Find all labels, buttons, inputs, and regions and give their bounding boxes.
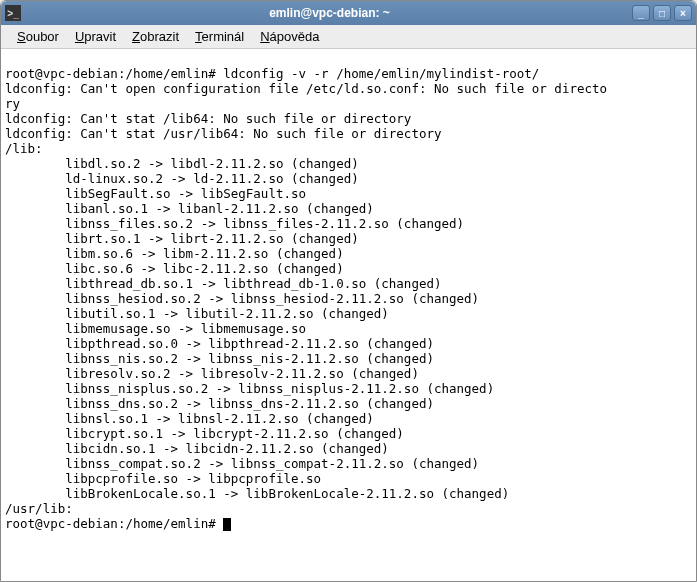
output-line: libanl.so.1 -> libanl-2.11.2.so (changed… [5, 201, 374, 216]
output-line: ldconfig: Can't open configuration file … [5, 81, 607, 96]
output-line: libmemusage.so -> libmemusage.so [5, 321, 306, 336]
close-button[interactable]: × [674, 5, 692, 21]
prompt-line: root@vpc-debian:/home/emlin# [5, 516, 231, 531]
titlebar[interactable]: >_ emlin@vpc-debian: ~ _ □ × [1, 1, 696, 25]
output-line: libutil.so.1 -> libutil-2.11.2.so (chang… [5, 306, 389, 321]
output-line: ldconfig: Can't stat /usr/lib64: No such… [5, 126, 442, 141]
prompt: root@vpc-debian:/home/emlin# [5, 66, 223, 81]
cursor-icon [223, 518, 231, 531]
menubar: Soubor Upravit Zobrazit Terminál Nápověd… [1, 25, 696, 49]
menu-zobrazit[interactable]: Zobrazit [124, 27, 187, 46]
output-line: libcrypt.so.1 -> libcrypt-2.11.2.so (cha… [5, 426, 404, 441]
output-line: libnss_dns.so.2 -> libnss_dns-2.11.2.so … [5, 396, 434, 411]
output-line: libc.so.6 -> libc-2.11.2.so (changed) [5, 261, 344, 276]
output-line: /lib: [5, 141, 43, 156]
maximize-button[interactable]: □ [653, 5, 671, 21]
output-line: libnss_hesiod.so.2 -> libnss_hesiod-2.11… [5, 291, 479, 306]
output-line: libthread_db.so.1 -> libthread_db-1.0.so… [5, 276, 442, 291]
output-line: libdl.so.2 -> libdl-2.11.2.so (changed) [5, 156, 359, 171]
app-icon: >_ [5, 5, 21, 21]
output-line: ry [5, 96, 20, 111]
terminal-area[interactable]: root@vpc-debian:/home/emlin# ldconfig -v… [1, 49, 696, 581]
output-line: libnss_compat.so.2 -> libnss_compat-2.11… [5, 456, 479, 471]
output-line: libnsl.so.1 -> libnsl-2.11.2.so (changed… [5, 411, 374, 426]
menu-upravit[interactable]: Upravit [67, 27, 124, 46]
output-line: libresolv.so.2 -> libresolv-2.11.2.so (c… [5, 366, 419, 381]
output-line: ld-linux.so.2 -> ld-2.11.2.so (changed) [5, 171, 359, 186]
output-line: libBrokenLocale.so.1 -> libBrokenLocale-… [5, 486, 509, 501]
prompt-line: root@vpc-debian:/home/emlin# ldconfig -v… [5, 66, 539, 81]
window-title: emlin@vpc-debian: ~ [27, 6, 632, 20]
output-line: libpthread.so.0 -> libpthread-2.11.2.so … [5, 336, 434, 351]
window-controls: _ □ × [632, 5, 692, 21]
menu-terminal[interactable]: Terminál [187, 27, 252, 46]
menu-napoveda[interactable]: Nápověda [252, 27, 327, 46]
output-line: libcidn.so.1 -> libcidn-2.11.2.so (chang… [5, 441, 389, 456]
prompt: root@vpc-debian:/home/emlin# [5, 516, 223, 531]
command: ldconfig -v -r /home/emlin/mylindist-roo… [223, 66, 539, 81]
terminal-window: >_ emlin@vpc-debian: ~ _ □ × Soubor Upra… [0, 0, 697, 582]
menu-soubor[interactable]: Soubor [9, 27, 67, 46]
output-line: libpcprofile.so -> libpcprofile.so [5, 471, 321, 486]
output-line: /usr/lib: [5, 501, 73, 516]
output-line: libSegFault.so -> libSegFault.so [5, 186, 306, 201]
output-line: libm.so.6 -> libm-2.11.2.so (changed) [5, 246, 344, 261]
minimize-button[interactable]: _ [632, 5, 650, 21]
output-line: libnss_nis.so.2 -> libnss_nis-2.11.2.so … [5, 351, 434, 366]
output-line: libnss_nisplus.so.2 -> libnss_nisplus-2.… [5, 381, 494, 396]
output-line: libnss_files.so.2 -> libnss_files-2.11.2… [5, 216, 464, 231]
output-line: ldconfig: Can't stat /lib64: No such fil… [5, 111, 411, 126]
output-line: librt.so.1 -> librt-2.11.2.so (changed) [5, 231, 359, 246]
